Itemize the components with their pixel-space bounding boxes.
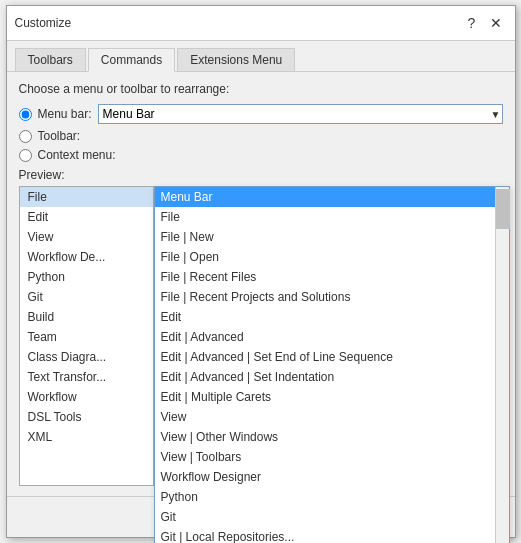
- dropdown-item[interactable]: File: [155, 207, 495, 227]
- list-item[interactable]: Git: [20, 287, 153, 307]
- dropdown-item[interactable]: File | Open: [155, 247, 495, 267]
- menu-bar-row: Menu bar: Menu Bar ▼: [19, 104, 503, 124]
- list-item[interactable]: Python: [20, 267, 153, 287]
- list-item[interactable]: Workflow De...: [20, 247, 153, 267]
- dropdown-item[interactable]: Workflow Designer: [155, 467, 495, 487]
- dropdown-item[interactable]: View | Other Windows: [155, 427, 495, 447]
- list-item[interactable]: Class Diagra...: [20, 347, 153, 367]
- help-button[interactable]: ?: [461, 12, 483, 34]
- dropdown-scrollbar[interactable]: [495, 187, 509, 543]
- title-bar: Customize ? ✕: [7, 6, 515, 41]
- preview-label: Preview:: [19, 168, 503, 182]
- list-item[interactable]: Edit: [20, 207, 153, 227]
- list-item[interactable]: DSL Tools: [20, 407, 153, 427]
- dialog-title: Customize: [15, 16, 72, 30]
- customize-dialog: Customize ? ✕ Toolbars Commands Extensio…: [6, 5, 516, 538]
- dropdown-item[interactable]: File | Recent Files: [155, 267, 495, 287]
- preview-list[interactable]: File Edit View Workflow De... Python Git…: [19, 186, 154, 486]
- scrollbar-thumb[interactable]: [496, 189, 510, 229]
- context-menu-label: Context menu:: [38, 148, 116, 162]
- list-item[interactable]: Build: [20, 307, 153, 327]
- title-bar-controls: ? ✕: [461, 12, 507, 34]
- context-menu-radio[interactable]: [19, 149, 32, 162]
- menu-bar-radio[interactable]: [19, 108, 32, 121]
- list-item[interactable]: Team: [20, 327, 153, 347]
- dropdown-item[interactable]: Python: [155, 487, 495, 507]
- radio-group: Menu bar: Menu Bar ▼ Toolbar: Context me…: [19, 104, 503, 162]
- list-item[interactable]: Text Transfor...: [20, 367, 153, 387]
- dialog-content: Choose a menu or toolbar to rearrange: M…: [7, 72, 515, 496]
- close-title-button[interactable]: ✕: [485, 12, 507, 34]
- dropdown-item[interactable]: File | Recent Projects and Solutions: [155, 287, 495, 307]
- list-item[interactable]: XML: [20, 427, 153, 447]
- list-item[interactable]: View: [20, 227, 153, 247]
- dropdown-item[interactable]: Edit: [155, 307, 495, 327]
- tab-commands[interactable]: Commands: [88, 48, 175, 72]
- dropdown-menu[interactable]: Menu Bar File File | New File | Open Fil…: [154, 186, 510, 543]
- main-area: File Edit View Workflow De... Python Git…: [19, 186, 503, 486]
- dropdown-item[interactable]: Edit | Multiple Carets: [155, 387, 495, 407]
- menu-bar-select[interactable]: Menu Bar: [98, 104, 503, 124]
- toolbar-label: Toolbar:: [38, 129, 81, 143]
- menu-bar-label: Menu bar:: [38, 107, 92, 121]
- toolbar-row: Toolbar:: [19, 129, 503, 143]
- dropdown-item[interactable]: Edit | Advanced | Set End of Line Sequen…: [155, 347, 495, 367]
- dropdown-item[interactable]: File | New: [155, 227, 495, 247]
- dropdown-item[interactable]: View | Toolbars: [155, 447, 495, 467]
- tab-bar: Toolbars Commands Extensions Menu: [7, 41, 515, 72]
- list-item[interactable]: File: [20, 187, 153, 207]
- dropdown-item[interactable]: Edit | Advanced: [155, 327, 495, 347]
- dropdown-item[interactable]: Git: [155, 507, 495, 527]
- tab-extensions[interactable]: Extensions Menu: [177, 48, 295, 72]
- tab-toolbars[interactable]: Toolbars: [15, 48, 86, 72]
- dropdown-item[interactable]: Menu Bar: [155, 187, 495, 207]
- list-item[interactable]: Workflow: [20, 387, 153, 407]
- dropdown-item[interactable]: Git | Local Repositories...: [155, 527, 495, 543]
- dropdown-item[interactable]: View: [155, 407, 495, 427]
- dropdown-item[interactable]: Edit | Advanced | Set Indentation: [155, 367, 495, 387]
- menu-bar-select-wrapper: Menu Bar ▼: [98, 104, 503, 124]
- context-menu-row: Context menu:: [19, 148, 503, 162]
- toolbar-radio[interactable]: [19, 130, 32, 143]
- rearrange-label: Choose a menu or toolbar to rearrange:: [19, 82, 503, 96]
